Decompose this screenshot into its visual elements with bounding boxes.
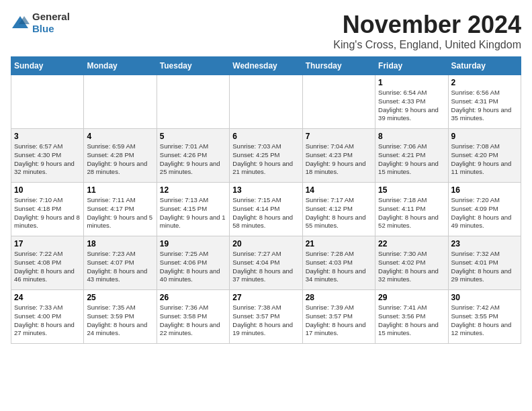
day-number: 17 (14, 239, 81, 248)
day-number: 4 (87, 132, 153, 141)
day-info: Sunrise: 6:59 AM Sunset: 4:28 PM Dayligh… (87, 142, 153, 177)
weekday-header-cell: Monday (84, 57, 157, 75)
day-number: 21 (306, 239, 372, 248)
calendar-day-cell (11, 75, 84, 129)
calendar-day-cell (157, 75, 229, 129)
title-area: November 2024 King's Cross, England, Uni… (333, 11, 521, 51)
day-number: 28 (306, 293, 372, 302)
day-info: Sunrise: 7:06 AM Sunset: 4:21 PM Dayligh… (378, 142, 445, 177)
day-info: Sunrise: 7:33 AM Sunset: 4:00 PM Dayligh… (14, 304, 81, 338)
calendar-day-cell: 17Sunrise: 7:22 AM Sunset: 4:08 PM Dayli… (11, 236, 84, 290)
day-number: 1 (378, 78, 445, 87)
day-number: 23 (451, 239, 518, 248)
day-number: 18 (87, 239, 153, 248)
day-info: Sunrise: 7:17 AM Sunset: 4:12 PM Dayligh… (306, 196, 372, 230)
day-number: 19 (160, 239, 226, 248)
calendar-week-row: 24Sunrise: 7:33 AM Sunset: 4:00 PM Dayli… (11, 290, 521, 344)
day-info: Sunrise: 7:36 AM Sunset: 3:58 PM Dayligh… (160, 304, 226, 338)
calendar-day-cell: 10Sunrise: 7:10 AM Sunset: 4:18 PM Dayli… (11, 183, 84, 236)
calendar-table: SundayMondayTuesdayWednesdayThursdayFrid… (11, 56, 521, 344)
calendar-day-cell: 30Sunrise: 7:42 AM Sunset: 3:55 PM Dayli… (448, 290, 521, 344)
calendar-day-cell (302, 75, 375, 129)
day-number: 10 (14, 185, 81, 195)
day-info: Sunrise: 7:42 AM Sunset: 3:55 PM Dayligh… (451, 304, 518, 338)
calendar-day-cell: 6Sunrise: 7:03 AM Sunset: 4:25 PM Daylig… (230, 129, 302, 183)
day-number: 7 (306, 132, 372, 141)
day-info: Sunrise: 7:38 AM Sunset: 3:57 PM Dayligh… (232, 304, 299, 338)
day-info: Sunrise: 6:56 AM Sunset: 4:31 PM Dayligh… (451, 89, 518, 123)
calendar-day-cell: 26Sunrise: 7:36 AM Sunset: 3:58 PM Dayli… (157, 290, 229, 344)
day-number: 2 (451, 78, 518, 87)
calendar-day-cell: 14Sunrise: 7:17 AM Sunset: 4:12 PM Dayli… (302, 183, 375, 236)
calendar-day-cell: 28Sunrise: 7:39 AM Sunset: 3:57 PM Dayli… (302, 290, 375, 344)
day-info: Sunrise: 7:20 AM Sunset: 4:09 PM Dayligh… (451, 196, 518, 230)
weekday-header-cell: Wednesday (230, 57, 302, 75)
main-title: November 2024 (333, 11, 521, 39)
day-info: Sunrise: 7:01 AM Sunset: 4:26 PM Dayligh… (160, 142, 226, 177)
day-info: Sunrise: 7:27 AM Sunset: 4:04 PM Dayligh… (232, 250, 299, 284)
day-number: 11 (87, 185, 153, 195)
calendar-day-cell: 5Sunrise: 7:01 AM Sunset: 4:26 PM Daylig… (157, 129, 229, 183)
weekday-header-row: SundayMondayTuesdayWednesdayThursdayFrid… (11, 57, 521, 75)
calendar-day-cell: 19Sunrise: 7:25 AM Sunset: 4:06 PM Dayli… (157, 236, 229, 290)
calendar-day-cell: 23Sunrise: 7:32 AM Sunset: 4:01 PM Dayli… (448, 236, 521, 290)
day-info: Sunrise: 7:18 AM Sunset: 4:11 PM Dayligh… (378, 196, 445, 230)
logo: General Blue (11, 11, 70, 35)
calendar-week-row: 17Sunrise: 7:22 AM Sunset: 4:08 PM Dayli… (11, 236, 521, 290)
calendar-day-cell: 1Sunrise: 6:54 AM Sunset: 4:33 PM Daylig… (375, 75, 448, 129)
day-number: 14 (306, 185, 372, 195)
day-number: 22 (378, 239, 445, 248)
day-number: 5 (160, 132, 226, 141)
calendar-day-cell: 15Sunrise: 7:18 AM Sunset: 4:11 PM Dayli… (375, 183, 448, 236)
day-number: 12 (160, 185, 226, 195)
calendar-day-cell: 24Sunrise: 7:33 AM Sunset: 4:00 PM Dayli… (11, 290, 84, 344)
day-number: 16 (451, 185, 518, 195)
calendar-day-cell: 3Sunrise: 6:57 AM Sunset: 4:30 PM Daylig… (11, 129, 84, 183)
day-info: Sunrise: 7:04 AM Sunset: 4:23 PM Dayligh… (306, 142, 372, 177)
calendar-day-cell: 8Sunrise: 7:06 AM Sunset: 4:21 PM Daylig… (375, 129, 448, 183)
day-info: Sunrise: 7:22 AM Sunset: 4:08 PM Dayligh… (14, 250, 81, 284)
day-info: Sunrise: 7:13 AM Sunset: 4:15 PM Dayligh… (160, 196, 226, 230)
subtitle: King's Cross, England, United Kingdom (333, 39, 521, 51)
day-info: Sunrise: 7:10 AM Sunset: 4:18 PM Dayligh… (14, 196, 81, 230)
day-number: 9 (451, 132, 518, 141)
weekday-header-cell: Friday (375, 57, 448, 75)
calendar-day-cell: 16Sunrise: 7:20 AM Sunset: 4:09 PM Dayli… (448, 183, 521, 236)
day-number: 13 (232, 185, 299, 195)
day-info: Sunrise: 7:23 AM Sunset: 4:07 PM Dayligh… (87, 250, 153, 284)
day-info: Sunrise: 7:03 AM Sunset: 4:25 PM Dayligh… (232, 142, 299, 177)
day-number: 15 (378, 185, 445, 195)
day-number: 27 (232, 293, 299, 302)
calendar-day-cell: 12Sunrise: 7:13 AM Sunset: 4:15 PM Dayli… (157, 183, 229, 236)
calendar-day-cell: 9Sunrise: 7:08 AM Sunset: 4:20 PM Daylig… (448, 129, 521, 183)
day-number: 20 (232, 239, 299, 248)
weekday-header-cell: Saturday (448, 57, 521, 75)
calendar-day-cell: 20Sunrise: 7:27 AM Sunset: 4:04 PM Dayli… (230, 236, 302, 290)
day-info: Sunrise: 7:41 AM Sunset: 3:56 PM Dayligh… (378, 304, 445, 338)
calendar-day-cell: 13Sunrise: 7:15 AM Sunset: 4:14 PM Dayli… (230, 183, 302, 236)
day-number: 3 (14, 132, 81, 141)
calendar-day-cell: 18Sunrise: 7:23 AM Sunset: 4:07 PM Dayli… (84, 236, 157, 290)
day-number: 25 (87, 293, 153, 302)
calendar-body: 1Sunrise: 6:54 AM Sunset: 4:33 PM Daylig… (11, 75, 521, 344)
generalblue-logo-icon (11, 15, 30, 31)
calendar-day-cell: 27Sunrise: 7:38 AM Sunset: 3:57 PM Dayli… (230, 290, 302, 344)
day-number: 29 (378, 293, 445, 302)
day-number: 6 (232, 132, 299, 141)
calendar-week-row: 10Sunrise: 7:10 AM Sunset: 4:18 PM Dayli… (11, 183, 521, 236)
day-info: Sunrise: 6:54 AM Sunset: 4:33 PM Dayligh… (378, 89, 445, 123)
calendar-day-cell: 22Sunrise: 7:30 AM Sunset: 4:02 PM Dayli… (375, 236, 448, 290)
calendar-week-row: 1Sunrise: 6:54 AM Sunset: 4:33 PM Daylig… (11, 75, 521, 129)
calendar-day-cell (230, 75, 302, 129)
calendar-day-cell: 2Sunrise: 6:56 AM Sunset: 4:31 PM Daylig… (448, 75, 521, 129)
day-info: Sunrise: 7:39 AM Sunset: 3:57 PM Dayligh… (306, 304, 372, 338)
day-info: Sunrise: 7:28 AM Sunset: 4:03 PM Dayligh… (306, 250, 372, 284)
calendar-day-cell: 7Sunrise: 7:04 AM Sunset: 4:23 PM Daylig… (302, 129, 375, 183)
header: General Blue November 2024 King's Cross,… (11, 11, 521, 51)
day-info: Sunrise: 7:32 AM Sunset: 4:01 PM Dayligh… (451, 250, 518, 284)
day-number: 26 (160, 293, 226, 302)
day-number: 8 (378, 132, 445, 141)
day-info: Sunrise: 7:15 AM Sunset: 4:14 PM Dayligh… (232, 196, 299, 230)
day-info: Sunrise: 7:11 AM Sunset: 4:17 PM Dayligh… (87, 196, 153, 230)
day-number: 24 (14, 293, 81, 302)
